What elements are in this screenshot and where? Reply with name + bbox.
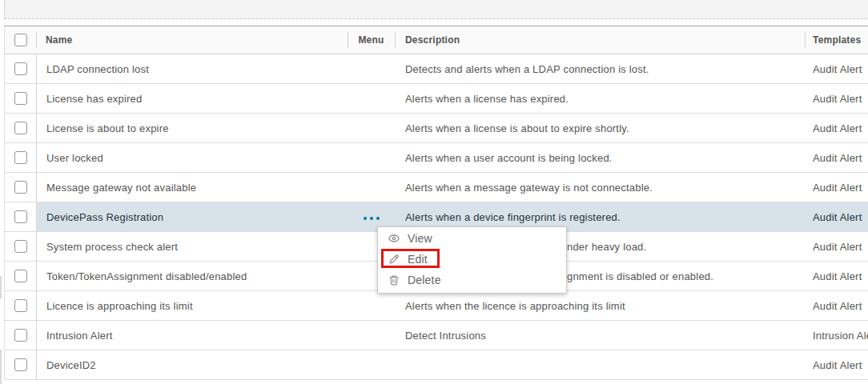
alerts-datagrid: Name Menu Description Templates LDAP con… — [4, 26, 868, 380]
row-templates: Audit Alert — [805, 143, 868, 172]
row-name: System process check alert — [36, 232, 348, 261]
page-edge-sliver — [0, 276, 2, 298]
row-menu-cell — [348, 84, 395, 113]
row-name: DevicePass Registration — [36, 202, 348, 231]
row-checkbox[interactable] — [14, 62, 27, 75]
select-all-checkbox[interactable] — [14, 34, 27, 46]
row-name: Intrusion Alert — [36, 321, 348, 350]
row-name: Licence is approaching its limit — [36, 291, 348, 320]
row-checkbox[interactable] — [14, 210, 27, 223]
row-menu-cell — [348, 173, 395, 202]
row-checkbox-cell — [5, 350, 36, 379]
column-header-description[interactable]: Description — [395, 26, 805, 54]
table-row[interactable]: License is about to expire Alerts when a… — [5, 114, 868, 143]
row-checkbox[interactable] — [14, 329, 27, 342]
row-description: Detects and alerts when a LDAP connectio… — [395, 54, 805, 83]
row-checkbox-cell — [5, 173, 36, 202]
row-name: DeviceID2 — [36, 350, 348, 379]
row-name: Message gateway not available — [36, 173, 348, 202]
row-menu-cell — [348, 54, 395, 83]
row-checkbox[interactable] — [14, 92, 27, 105]
row-checkbox-cell — [5, 202, 36, 231]
row-checkbox[interactable] — [14, 299, 27, 312]
row-menu-cell — [348, 143, 395, 172]
menu-item-view-label: View — [408, 232, 432, 245]
edit-annotation-box — [381, 249, 440, 268]
row-checkbox-cell — [5, 321, 36, 350]
row-templates: Intrusion Alert — [805, 321, 868, 350]
row-name: License is about to expire — [36, 114, 348, 142]
table-row[interactable]: Message gateway not available Alerts whe… — [5, 173, 868, 202]
row-templates: Audit Alert — [805, 173, 868, 202]
row-description: Alerts when a license is about to expire… — [395, 114, 805, 142]
datagrid-header-row: Name Menu Description Templates — [5, 26, 868, 54]
row-checkbox-cell — [5, 84, 36, 113]
menu-item-delete[interactable]: Delete — [378, 270, 566, 290]
trash-icon — [388, 274, 400, 286]
row-templates: Audit Alert — [805, 350, 868, 379]
filter-dropzone — [4, 0, 868, 19]
row-name: LDAP connection lost — [36, 54, 348, 83]
row-description: Detect Intrusions — [395, 321, 805, 350]
row-actions-ellipsis-icon[interactable] — [364, 217, 380, 220]
row-checkbox-cell — [5, 291, 36, 320]
row-templates: Audit Alert — [805, 114, 868, 142]
table-row[interactable]: LDAP connection lost Detects and alerts … — [5, 54, 868, 84]
row-menu-cell — [348, 291, 395, 320]
row-checkbox-cell — [5, 54, 36, 83]
row-checkbox-cell — [5, 114, 36, 142]
table-row[interactable]: License has expired Alerts when a licens… — [5, 84, 868, 114]
row-checkbox[interactable] — [14, 358, 27, 371]
row-templates: Audit Alert — [805, 54, 868, 83]
eye-icon — [388, 232, 400, 245]
row-checkbox-cell — [5, 232, 36, 261]
row-templates: Audit Alert — [805, 232, 868, 261]
row-menu-cell — [348, 350, 395, 379]
row-checkbox[interactable] — [14, 181, 27, 194]
column-header-templates[interactable]: Templates — [805, 26, 868, 54]
row-description: Alerts when the licence is approaching i… — [395, 291, 805, 320]
row-templates: Audit Alert — [805, 262, 868, 290]
column-header-name[interactable]: Name — [36, 26, 348, 54]
row-menu-cell — [348, 114, 395, 142]
row-name: User locked — [36, 143, 348, 172]
alert-definitions-page: Name Menu Description Templates LDAP con… — [0, 0, 868, 384]
row-name: License has expired — [36, 84, 348, 113]
row-checkbox[interactable] — [14, 270, 27, 282]
row-checkbox[interactable] — [14, 151, 27, 164]
row-checkbox[interactable] — [14, 122, 27, 134]
row-description: Alerts when a license has expired. — [395, 84, 805, 113]
row-description — [395, 350, 805, 379]
row-menu-cell — [348, 321, 395, 350]
row-description: Alerts when a message gateway is not con… — [395, 173, 805, 202]
table-row[interactable]: User locked Alerts when a user account i… — [5, 143, 868, 173]
row-checkbox-cell — [5, 143, 36, 172]
row-name: Token/TokenAssignment disabled/enabled — [36, 262, 348, 290]
row-checkbox-cell — [5, 262, 36, 290]
row-templates: Audit Alert — [805, 84, 868, 113]
row-checkbox[interactable] — [14, 240, 27, 253]
menu-item-view[interactable]: View — [378, 228, 566, 249]
row-description: Alerts when a user account is being lock… — [395, 143, 805, 172]
column-header-menu[interactable]: Menu — [348, 26, 395, 54]
table-row[interactable]: Intrusion Alert Detect Intrusions Intrus… — [5, 321, 868, 350]
select-all-cell — [5, 26, 36, 54]
row-templates: Audit Alert — [805, 202, 868, 231]
menu-item-delete-label: Delete — [408, 274, 441, 286]
table-row[interactable]: Licence is approaching its limit Alerts … — [5, 291, 868, 321]
page-edge-sliver — [0, 350, 2, 384]
table-row[interactable]: DeviceID2 Audit Alert — [5, 350, 868, 380]
row-templates: Audit Alert — [805, 291, 868, 320]
